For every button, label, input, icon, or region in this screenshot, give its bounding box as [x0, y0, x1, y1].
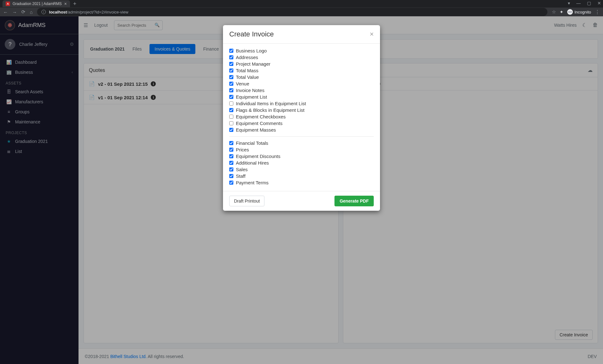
forward-icon[interactable]: → [12, 9, 17, 15]
checkbox[interactable] [229, 161, 233, 165]
option-total-mass[interactable]: Total Mass [229, 67, 374, 74]
option-business-logo[interactable]: Business Logo [229, 47, 374, 54]
checkbox[interactable] [229, 95, 233, 99]
favicon-icon: A [6, 2, 10, 6]
checkbox[interactable] [229, 75, 233, 79]
option-label: Sales [236, 167, 248, 172]
checkbox[interactable] [229, 148, 233, 152]
new-tab-button[interactable]: + [73, 1, 77, 7]
divider [229, 136, 374, 137]
checkbox[interactable] [229, 167, 233, 171]
option-individual-items-in-equipment-list[interactable]: Individual Items in Equipment List [229, 100, 374, 107]
option-project-manager[interactable]: Project Manager [229, 61, 374, 67]
minimize-icon[interactable]: ― [576, 1, 581, 6]
address-bar[interactable]: i localhost/admin/project/?id=2#invoice-… [37, 8, 547, 16]
option-label: Additional Hires [236, 160, 269, 166]
modal-title: Create Invoice [229, 30, 274, 38]
checkbox[interactable] [229, 62, 233, 66]
checkbox[interactable] [229, 55, 233, 59]
checkbox[interactable] [229, 141, 233, 145]
option-label: Total Mass [236, 68, 258, 73]
option-equipment-list[interactable]: Equipment List [229, 94, 374, 100]
bookmark-icon[interactable]: ☆ [552, 9, 556, 15]
incognito-badge[interactable]: 👓Incognito [567, 9, 591, 15]
option-label: Total Value [236, 74, 259, 80]
maximize-icon[interactable]: ▢ [587, 1, 591, 6]
site-info-icon[interactable]: i [41, 10, 46, 14]
option-equipment-comments[interactable]: Equipment Comments [229, 120, 374, 127]
option-equipment-masses[interactable]: Equipment Masses [229, 127, 374, 133]
option-label: Equipment List [236, 94, 267, 100]
option-addresses[interactable]: Addresses [229, 54, 374, 61]
option-venue[interactable]: Venue [229, 80, 374, 87]
window-close-icon[interactable]: ✕ [597, 1, 601, 6]
option-staff[interactable]: Staff [229, 173, 374, 179]
checkbox[interactable] [229, 174, 233, 178]
option-label: Equipment Checkboxes [236, 114, 285, 119]
option-total-value[interactable]: Total Value [229, 74, 374, 80]
checkbox[interactable] [229, 49, 233, 53]
option-label: Equipment Masses [236, 127, 276, 133]
close-tab-icon[interactable]: × [64, 1, 67, 6]
option-label: Addresses [236, 55, 258, 60]
option-label: Equipment Comments [236, 121, 282, 126]
modal-overlay[interactable]: Create Invoice × Business LogoAddressesP… [0, 16, 603, 364]
option-sales[interactable]: Sales [229, 166, 374, 173]
extensions-icon[interactable]: ✦ [560, 9, 563, 14]
option-label: Prices [236, 147, 249, 152]
checkbox[interactable] [229, 101, 233, 106]
option-label: Financial Totals [236, 140, 268, 146]
tab-title: Graduation 2021 | AdamRMS [13, 2, 62, 6]
checkbox[interactable] [229, 128, 233, 132]
option-label: Staff [236, 173, 246, 179]
back-icon[interactable]: ← [3, 9, 8, 15]
menu-icon[interactable]: ⋮ [595, 9, 600, 15]
checkbox[interactable] [229, 154, 233, 158]
option-flags-blocks-in-equipment-list[interactable]: Flags & Blocks in Equipment List [229, 107, 374, 113]
option-label: Business Logo [236, 48, 267, 53]
checkbox[interactable] [229, 68, 233, 73]
generate-pdf-button[interactable]: Generate PDF [334, 196, 374, 206]
option-financial-totals[interactable]: Financial Totals [229, 140, 374, 146]
option-label: Invoice Notes [236, 88, 264, 93]
home-icon[interactable]: ⌂ [30, 9, 33, 15]
option-label: Payment Terms [236, 180, 269, 185]
option-label: Equipment Discounts [236, 154, 280, 159]
close-icon[interactable]: × [370, 31, 374, 38]
checkbox[interactable] [229, 82, 233, 86]
checkbox[interactable] [229, 181, 233, 185]
url-path: /admin/project/?id=2#invoice-view [67, 10, 128, 14]
create-invoice-modal: Create Invoice × Business LogoAddressesP… [223, 25, 380, 211]
option-label: Venue [236, 81, 249, 86]
option-label: Flags & Blocks in Equipment List [236, 107, 304, 113]
option-label: Project Manager [236, 61, 270, 67]
option-label: Individual Items in Equipment List [236, 101, 306, 106]
option-additional-hires[interactable]: Additional Hires [229, 160, 374, 166]
checkbox[interactable] [229, 121, 233, 125]
chrome-share-icon[interactable]: ▾ [568, 1, 570, 6]
draft-printout-button[interactable]: Draft Printout [229, 196, 264, 206]
checkbox[interactable] [229, 115, 233, 119]
url-host: localhost [49, 10, 67, 14]
browser-chrome: A Graduation 2021 | AdamRMS × + ▾ ― ▢ ✕ … [0, 0, 603, 16]
reload-icon[interactable]: ⟳ [21, 9, 25, 15]
checkbox[interactable] [229, 108, 233, 112]
checkbox[interactable] [229, 88, 233, 92]
option-payment-terms[interactable]: Payment Terms [229, 179, 374, 186]
option-prices[interactable]: Prices [229, 146, 374, 153]
option-invoice-notes[interactable]: Invoice Notes [229, 87, 374, 94]
browser-tab[interactable]: A Graduation 2021 | AdamRMS × [3, 0, 70, 7]
option-equipment-checkboxes[interactable]: Equipment Checkboxes [229, 113, 374, 120]
option-equipment-discounts[interactable]: Equipment Discounts [229, 153, 374, 160]
